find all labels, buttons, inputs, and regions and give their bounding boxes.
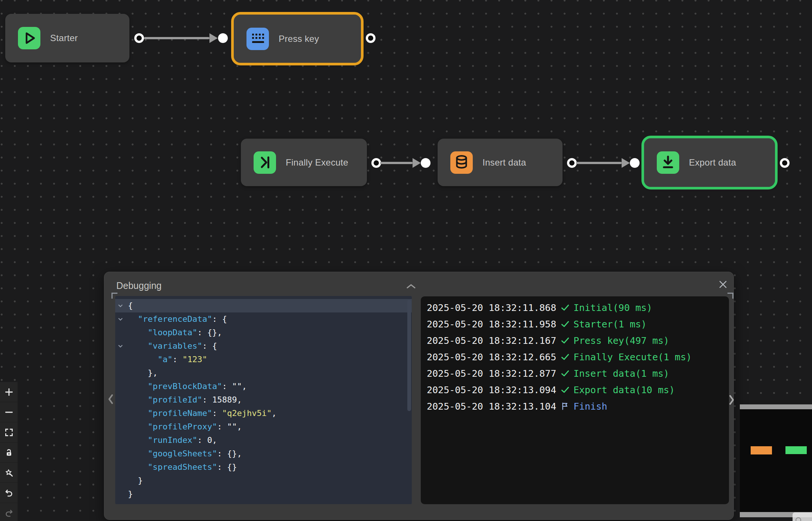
export-data-output-port[interactable] [780, 158, 790, 168]
json-key: "loopData" [148, 328, 197, 337]
log-timestamp: 2025-05-20 18:32:12.877 [427, 368, 556, 379]
collapse-toggle-icon[interactable] [118, 299, 123, 312]
insert-data-output-port[interactable] [567, 158, 577, 168]
minimap-overlay-button[interactable] [793, 512, 812, 521]
press-key-input-port[interactable] [218, 33, 228, 43]
scroll-right-button[interactable] [728, 394, 735, 406]
collapse-toggle-icon[interactable] [118, 339, 123, 353]
json-line[interactable]: "loopData": {}, [115, 326, 412, 339]
json-text [128, 422, 148, 431]
node-press-key[interactable]: Press key [234, 15, 361, 63]
insert-data-input-port[interactable] [421, 158, 430, 168]
json-line[interactable]: "googleSheets": {}, [115, 447, 412, 460]
json-text: : 15889, [202, 395, 242, 404]
json-line[interactable]: "runIndex": 0, [115, 434, 412, 447]
database-icon [450, 151, 473, 174]
json-line[interactable]: "spreadSheets": {} [115, 460, 412, 474]
json-line[interactable]: { [115, 299, 412, 312]
json-scrollbar[interactable] [407, 300, 411, 411]
log-entry: 2025-05-20 18:32:12.877Insert data(1 ms) [427, 365, 729, 382]
json-text: : { [202, 341, 217, 351]
fullscreen-icon [4, 428, 14, 437]
log-entry: 2025-05-20 18:32:11.868Initial(90 ms) [427, 299, 729, 316]
log-message: Export data(10 ms) [573, 385, 675, 395]
json-text [128, 462, 148, 472]
json-key: "prevBlockData" [148, 382, 222, 391]
log-timestamp: 2025-05-20 18:32:11.868 [427, 302, 556, 313]
json-text [128, 382, 148, 391]
json-text [128, 314, 138, 324]
minimap-bar-top [740, 404, 812, 409]
zoom-in-button[interactable] [0, 382, 18, 402]
json-text [128, 395, 148, 404]
edge-arrowhead [209, 33, 218, 43]
node-export-data[interactable]: Export data [644, 138, 775, 187]
node-insert-data[interactable]: Insert data [438, 139, 563, 186]
press-key-output-port[interactable] [366, 33, 376, 43]
undo-button[interactable] [0, 483, 18, 503]
json-key: "variables" [148, 341, 202, 351]
json-line[interactable]: "profileProxy": "", [115, 420, 412, 434]
json-text [128, 341, 148, 351]
export-data-input-port[interactable] [630, 158, 640, 168]
json-text: }, [128, 368, 157, 377]
json-line[interactable]: } [115, 474, 412, 487]
json-line[interactable]: "profileName": "q2ejhv5i", [115, 407, 412, 420]
log-message: Insert data(1 ms) [573, 368, 669, 379]
debugging-panel: Debugging { "referenceData": { "loopData… [104, 272, 734, 520]
minimap[interactable] [740, 404, 812, 517]
json-line[interactable]: "a": "123" [115, 353, 412, 366]
check-icon [561, 336, 570, 345]
flag-icon [561, 402, 570, 411]
json-line[interactable]: } [115, 487, 412, 501]
json-text: } [128, 476, 143, 485]
json-text: , [272, 409, 276, 418]
log-timestamp: 2025-05-20 18:32:12.167 [427, 335, 556, 346]
log-message: Initial(90 ms) [573, 302, 652, 313]
json-line[interactable]: "referenceData": { [115, 312, 412, 326]
fit-view-button[interactable] [0, 422, 18, 443]
json-variable-viewer[interactable]: { "referenceData": { "loopData": {}, "va… [115, 296, 412, 504]
json-text: : {} [217, 462, 237, 472]
lock-button[interactable] [0, 443, 18, 463]
execution-log[interactable]: 2025-05-20 18:32:11.868Initial(90 ms)202… [421, 296, 729, 504]
log-message: Finish [573, 401, 607, 412]
json-text: : 0, [197, 435, 217, 445]
log-timestamp: 2025-05-20 18:32:11.958 [427, 319, 556, 330]
collapse-toggle-icon[interactable] [118, 312, 123, 326]
check-icon [561, 369, 570, 378]
log-message: Press key(497 ms) [573, 335, 669, 346]
node-label: Export data [689, 157, 736, 168]
json-key: "runIndex" [148, 435, 197, 445]
edge-arrowhead [413, 158, 421, 168]
log-entry: 2025-05-20 18:32:12.665Finally Execute(1… [427, 349, 729, 365]
json-text: : "", [222, 382, 247, 391]
collapse-panel-button[interactable] [406, 283, 417, 290]
log-timestamp: 2025-05-20 18:32:13.094 [427, 385, 556, 395]
node-finally-execute[interactable]: Finally Execute [241, 139, 367, 186]
lock-glyph-icon [796, 517, 801, 521]
close-panel-button[interactable] [718, 280, 728, 289]
json-text [128, 355, 157, 364]
node-label: Finally Execute [286, 157, 348, 168]
starter-output-port[interactable] [134, 33, 144, 43]
edge-finally-insert [380, 162, 413, 164]
chevron-left-icon [107, 400, 114, 406]
redo-icon [4, 508, 14, 518]
magic-wand-button[interactable] [0, 463, 18, 483]
json-line[interactable]: "profileId": 15889, [115, 393, 412, 407]
json-text: : {}, [197, 328, 222, 337]
json-line[interactable]: "prevBlockData": "", [115, 380, 412, 393]
redo-button[interactable] [0, 503, 18, 521]
play-icon [18, 27, 40, 49]
json-line[interactable]: "variables": { [115, 339, 412, 353]
log-entry: 2025-05-20 18:32:12.167Press key(497 ms) [427, 332, 729, 349]
zoom-out-button[interactable] [0, 402, 18, 422]
close-icon [718, 284, 728, 290]
log-entry: 2025-05-20 18:32:13.104Finish [427, 398, 729, 414]
log-timestamp: 2025-05-20 18:32:13.104 [427, 401, 556, 412]
json-line[interactable]: }, [115, 366, 412, 380]
json-text [128, 328, 148, 337]
node-starter[interactable]: Starter [5, 14, 129, 62]
scroll-left-button[interactable] [107, 393, 114, 405]
